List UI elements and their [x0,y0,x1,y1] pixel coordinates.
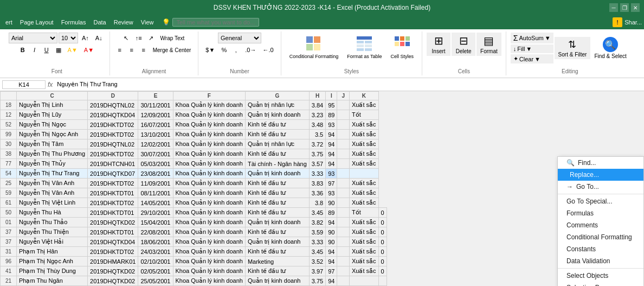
table-cell[interactable]: 16/07/2001 [138,120,173,130]
table-cell[interactable] [350,169,379,179]
table-cell[interactable]: 02/10/2001 [138,257,173,266]
close-btn[interactable]: ✕ [631,3,640,12]
table-cell[interactable]: 89 [326,208,337,218]
table-cell[interactable]: 2019DHKTDT02 [88,179,138,188]
menu-ert[interactable]: ert [2,18,16,27]
table-row[interactable]: 77Nguyễn Thị Thủy2019DHTCNH0105/03/2001K… [1,159,387,169]
table-cell[interactable]: Kinh tế đầu tư [245,208,309,218]
table-cell[interactable]: 29/10/2001 [138,208,173,218]
table-cell[interactable]: Nguyễn Thị Linh [17,100,88,110]
table-cell[interactable]: 14/05/2001 [138,198,173,208]
table-cell[interactable]: Nguyễn Việt Hải [17,237,88,247]
underline-btn[interactable]: U [41,45,52,55]
table-cell[interactable] [337,188,350,198]
table-cell[interactable]: 3.45 [309,247,325,257]
menu-formulas[interactable]: Formulas [58,18,89,27]
table-cell[interactable]: 2019DHQTKD04 [88,110,138,120]
table-cell[interactable]: Khoa Quản lý kinh doanh [173,218,245,227]
table-cell[interactable]: 18/06/2001 [138,237,173,247]
table-cell[interactable]: Xuất sắc [350,130,379,139]
table-row[interactable]: 18Nguyễn Thị Linh2019DHQTNL0230/11/2001K… [1,100,387,110]
align-top-left-btn[interactable]: ↖ [121,33,132,43]
clear-btn[interactable]: ✦ Clear ▼ [511,54,553,63]
table-cell[interactable]: Nguyễn Thị Vân Anh [17,188,88,198]
table-cell[interactable]: 3.33 [309,237,325,247]
table-cell[interactable]: Nguyễn Thị Ngọc [17,120,88,130]
table-cell[interactable] [337,276,350,286]
table-cell[interactable]: 12/09/2001 [138,110,173,120]
autosum-btn[interactable]: Σ AutoSum ▼ [511,33,553,43]
table-cell[interactable]: 97 [326,179,337,188]
table-cell[interactable]: Khoa Quản lý kinh doanh [173,237,245,247]
table-cell[interactable]: 3.84 [309,100,325,110]
table-cell[interactable]: 3.75 [309,276,325,286]
table-cell[interactable]: Nguyễn Thị Lũy [17,110,88,120]
insert-btn[interactable]: ⊞ Insert [427,33,450,56]
table-cell[interactable]: 94 [326,218,337,227]
table-cell[interactable]: 3.5 [309,130,325,139]
table-cell[interactable]: Quản trị kinh doanh [245,169,309,179]
table-cell[interactable]: Xuất sắc [350,100,379,110]
table-cell[interactable] [337,179,350,188]
table-cell[interactable]: 0 [378,218,387,227]
col-header-k[interactable]: K [350,92,379,100]
table-cell[interactable]: 90 [326,237,337,247]
col-header-d[interactable]: D [88,92,138,100]
table-cell[interactable]: 05/03/2001 [138,159,173,169]
table-row[interactable]: 41Phạm Thị Thùy Dung2019DHQTKD0202/05/20… [1,266,387,276]
table-cell[interactable] [337,169,350,179]
table-cell[interactable] [350,276,379,286]
font-color-btn[interactable]: A▼ [81,45,96,55]
dropdown-condformat[interactable]: Conditional Formatting [558,231,643,243]
table-cell[interactable]: 24/03/2001 [138,247,173,257]
number-format-select[interactable]: General [218,33,261,43]
tell-what-input[interactable] [172,18,259,27]
sort-filter-btn[interactable]: ⇅ Sort & Filter [555,37,591,59]
table-cell[interactable]: Khoa Quản lý kinh doanh [173,149,245,159]
decrease-decimal-btn[interactable]: ←.0 [260,45,276,55]
table-cell[interactable]: Kinh tế đầu tư [245,130,309,139]
table-cell[interactable]: 0 [378,257,387,266]
menu-view[interactable]: View [138,18,157,27]
table-cell[interactable]: Xuất sắc [350,257,379,266]
increase-decimal-btn[interactable]: .0→ [242,45,259,55]
formula-input[interactable] [55,81,642,88]
table-cell[interactable]: 0 [378,237,387,247]
table-cell[interactable]: Quản trị kinh doanh [245,218,309,227]
table-cell[interactable]: 2019DHKTDT01 [88,188,138,198]
table-cell[interactable]: Nguyễn Thị Thủy [17,159,88,169]
col-header-f[interactable]: F [173,92,245,100]
table-cell[interactable]: 3.75 [309,149,325,159]
table-cell[interactable]: Xuất sắc [350,266,379,276]
table-cell[interactable]: Xuất sắc [350,237,379,247]
table-cell[interactable]: 2019DHQTKD07 [88,169,138,179]
table-cell[interactable]: 2019DHQTKD02 [88,276,138,286]
table-cell[interactable]: Khoa Quản lý kinh doanh [173,227,245,237]
table-row[interactable]: 52Nguyễn Thị Ngọc2019DHKTDT0216/07/2001K… [1,120,387,130]
table-cell[interactable]: 93 [326,188,337,198]
table-cell[interactable]: 93 [326,169,337,179]
font-size-select[interactable]: 10 [59,33,78,43]
dropdown-selectionpane[interactable]: Selection Pane... [558,282,643,286]
dropdown-selectobjects[interactable]: Select Objects [558,270,643,282]
share-label[interactable]: Shar... [624,19,642,26]
align-left-btn[interactable]: ≡ [114,45,125,55]
menu-review[interactable]: Review [111,18,137,27]
table-cell[interactable]: 94 [326,149,337,159]
table-cell[interactable]: Tốt [350,208,379,218]
table-cell[interactable] [337,218,350,227]
table-cell[interactable]: Khoa Quản lý kinh doanh [173,208,245,218]
table-cell[interactable]: 30/07/2001 [138,149,173,159]
table-cell[interactable]: Nguyễn Thu Thiện [17,227,88,237]
table-cell[interactable]: 94 [326,139,337,149]
dropdown-replace[interactable]: Replace... [558,169,643,181]
table-cell[interactable] [337,266,350,276]
table-row[interactable]: 31Phạm Thị Hân2019DHKTDT0224/03/2001Khoa… [1,247,387,257]
align-top-center-btn[interactable]: ↑≡ [133,33,145,43]
table-cell[interactable]: 90 [326,227,337,237]
table-cell[interactable]: Xuất sắc [350,139,379,149]
table-cell[interactable]: 2019DHKTDT02 [88,149,138,159]
table-cell[interactable]: 2019DHKTDT02 [88,120,138,130]
table-cell[interactable]: 0 [378,247,387,257]
percent-btn[interactable]: % [218,45,229,55]
